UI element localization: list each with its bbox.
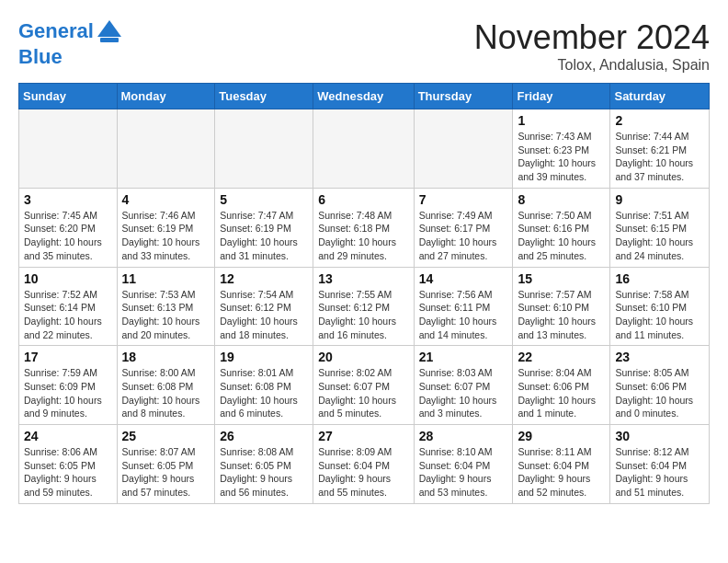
week-row-5: 24Sunrise: 8:06 AM Sunset: 6:05 PM Dayli… [19, 425, 710, 504]
calendar-cell: 20Sunrise: 8:02 AM Sunset: 6:07 PM Dayli… [313, 346, 414, 425]
weekday-header-friday: Friday [513, 84, 610, 109]
day-number: 20 [318, 350, 408, 364]
day-number: 17 [24, 350, 112, 364]
day-info: Sunrise: 7:56 AM Sunset: 6:11 PM Dayligh… [419, 288, 508, 342]
logo: General Blue [18, 18, 123, 68]
day-info: Sunrise: 7:45 AM Sunset: 6:20 PM Dayligh… [24, 209, 112, 263]
calendar-cell [117, 109, 215, 189]
logo-text: General Blue [18, 18, 123, 68]
calendar-cell: 11Sunrise: 7:53 AM Sunset: 6:13 PM Dayli… [117, 267, 215, 346]
day-info: Sunrise: 7:48 AM Sunset: 6:18 PM Dayligh… [318, 209, 408, 263]
calendar-cell: 28Sunrise: 8:10 AM Sunset: 6:04 PM Dayli… [414, 425, 513, 504]
day-info: Sunrise: 7:52 AM Sunset: 6:14 PM Dayligh… [24, 288, 112, 342]
weekday-header-wednesday: Wednesday [313, 84, 414, 109]
svg-rect-1 [100, 38, 119, 42]
calendar-cell: 13Sunrise: 7:55 AM Sunset: 6:12 PM Dayli… [313, 267, 414, 346]
day-number: 14 [419, 271, 508, 286]
weekday-header-tuesday: Tuesday [215, 84, 313, 109]
calendar-cell: 10Sunrise: 7:52 AM Sunset: 6:14 PM Dayli… [19, 267, 118, 346]
day-number: 1 [518, 113, 605, 128]
day-number: 19 [220, 350, 308, 364]
day-number: 4 [122, 192, 210, 207]
day-info: Sunrise: 7:43 AM Sunset: 6:23 PM Dayligh… [518, 130, 605, 184]
logo-icon [96, 18, 123, 46]
day-number: 5 [220, 192, 308, 207]
calendar-cell: 9Sunrise: 7:51 AM Sunset: 6:15 PM Daylig… [610, 188, 710, 267]
calendar-cell: 3Sunrise: 7:45 AM Sunset: 6:20 PM Daylig… [19, 188, 118, 267]
page-header: General Blue November 2024 Tolox, Andalu… [18, 18, 710, 74]
calendar-cell [313, 109, 414, 189]
day-number: 24 [24, 429, 112, 443]
day-info: Sunrise: 8:00 AM Sunset: 6:08 PM Dayligh… [122, 366, 210, 420]
day-info: Sunrise: 7:59 AM Sunset: 6:09 PM Dayligh… [24, 366, 112, 420]
calendar-cell [215, 109, 313, 189]
weekday-header-thursday: Thursday [414, 84, 513, 109]
calendar-cell: 18Sunrise: 8:00 AM Sunset: 6:08 PM Dayli… [117, 346, 215, 425]
day-number: 6 [318, 192, 408, 207]
calendar-cell: 6Sunrise: 7:48 AM Sunset: 6:18 PM Daylig… [313, 188, 414, 267]
day-info: Sunrise: 8:09 AM Sunset: 6:04 PM Dayligh… [318, 445, 408, 500]
day-number: 15 [518, 271, 605, 286]
day-info: Sunrise: 7:44 AM Sunset: 6:21 PM Dayligh… [615, 130, 704, 184]
day-number: 23 [615, 350, 704, 364]
calendar-cell: 14Sunrise: 7:56 AM Sunset: 6:11 PM Dayli… [414, 267, 513, 346]
calendar-cell [414, 109, 513, 189]
logo-line2: Blue [18, 45, 63, 68]
location: Tolox, Andalusia, Spain [474, 57, 710, 74]
day-number: 8 [518, 192, 605, 207]
day-info: Sunrise: 8:01 AM Sunset: 6:08 PM Dayligh… [220, 366, 308, 420]
day-number: 18 [122, 350, 210, 364]
week-row-3: 10Sunrise: 7:52 AM Sunset: 6:14 PM Dayli… [19, 267, 710, 346]
calendar-cell: 22Sunrise: 8:04 AM Sunset: 6:06 PM Dayli… [513, 346, 610, 425]
svg-marker-0 [97, 20, 121, 37]
day-number: 16 [615, 271, 704, 286]
day-info: Sunrise: 7:54 AM Sunset: 6:12 PM Dayligh… [220, 288, 308, 342]
day-info: Sunrise: 7:53 AM Sunset: 6:13 PM Dayligh… [122, 288, 210, 342]
day-info: Sunrise: 8:07 AM Sunset: 6:05 PM Dayligh… [122, 445, 210, 500]
day-number: 9 [615, 192, 704, 207]
day-info: Sunrise: 8:02 AM Sunset: 6:07 PM Dayligh… [318, 366, 408, 420]
calendar-cell: 7Sunrise: 7:49 AM Sunset: 6:17 PM Daylig… [414, 188, 513, 267]
day-info: Sunrise: 8:08 AM Sunset: 6:05 PM Dayligh… [220, 445, 308, 500]
month-title: November 2024 [474, 18, 710, 57]
day-info: Sunrise: 7:47 AM Sunset: 6:19 PM Dayligh… [220, 209, 308, 263]
title-block: November 2024 Tolox, Andalusia, Spain [474, 18, 710, 74]
calendar-cell: 17Sunrise: 7:59 AM Sunset: 6:09 PM Dayli… [19, 346, 118, 425]
weekday-header-saturday: Saturday [610, 84, 710, 109]
day-number: 11 [122, 271, 210, 286]
calendar-cell: 4Sunrise: 7:46 AM Sunset: 6:19 PM Daylig… [117, 188, 215, 267]
day-number: 29 [518, 429, 605, 443]
day-info: Sunrise: 8:06 AM Sunset: 6:05 PM Dayligh… [24, 445, 112, 500]
day-number: 12 [220, 271, 308, 286]
weekday-header-row: SundayMondayTuesdayWednesdayThursdayFrid… [19, 84, 710, 109]
day-info: Sunrise: 7:46 AM Sunset: 6:19 PM Dayligh… [122, 209, 210, 263]
calendar-cell: 27Sunrise: 8:09 AM Sunset: 6:04 PM Dayli… [313, 425, 414, 504]
calendar-cell [19, 109, 118, 189]
week-row-4: 17Sunrise: 7:59 AM Sunset: 6:09 PM Dayli… [19, 346, 710, 425]
day-number: 10 [24, 271, 112, 286]
day-info: Sunrise: 7:55 AM Sunset: 6:12 PM Dayligh… [318, 288, 408, 342]
day-number: 2 [615, 113, 704, 128]
calendar-cell: 15Sunrise: 7:57 AM Sunset: 6:10 PM Dayli… [513, 267, 610, 346]
calendar-cell: 23Sunrise: 8:05 AM Sunset: 6:06 PM Dayli… [610, 346, 710, 425]
day-info: Sunrise: 8:04 AM Sunset: 6:06 PM Dayligh… [518, 366, 605, 420]
day-number: 28 [419, 429, 508, 443]
day-info: Sunrise: 7:51 AM Sunset: 6:15 PM Dayligh… [615, 209, 704, 263]
day-info: Sunrise: 7:49 AM Sunset: 6:17 PM Dayligh… [419, 209, 508, 263]
day-number: 26 [220, 429, 308, 443]
calendar-cell: 24Sunrise: 8:06 AM Sunset: 6:05 PM Dayli… [19, 425, 118, 504]
day-number: 7 [419, 192, 508, 207]
calendar-cell: 30Sunrise: 8:12 AM Sunset: 6:04 PM Dayli… [610, 425, 710, 504]
calendar-cell: 1Sunrise: 7:43 AM Sunset: 6:23 PM Daylig… [513, 109, 610, 189]
day-info: Sunrise: 7:57 AM Sunset: 6:10 PM Dayligh… [518, 288, 605, 342]
day-number: 30 [615, 429, 704, 443]
day-info: Sunrise: 8:12 AM Sunset: 6:04 PM Dayligh… [615, 445, 704, 500]
weekday-header-sunday: Sunday [19, 84, 118, 109]
day-info: Sunrise: 8:11 AM Sunset: 6:04 PM Dayligh… [518, 445, 605, 500]
calendar-cell: 12Sunrise: 7:54 AM Sunset: 6:12 PM Dayli… [215, 267, 313, 346]
calendar-cell: 19Sunrise: 8:01 AM Sunset: 6:08 PM Dayli… [215, 346, 313, 425]
day-number: 21 [419, 350, 508, 364]
day-number: 22 [518, 350, 605, 364]
day-number: 27 [318, 429, 408, 443]
day-info: Sunrise: 7:50 AM Sunset: 6:16 PM Dayligh… [518, 209, 605, 263]
